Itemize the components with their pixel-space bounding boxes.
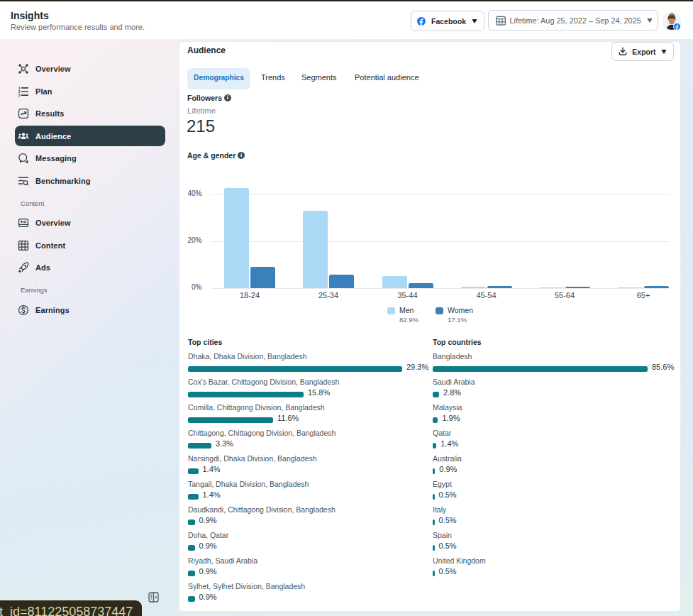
svg-text:3: 3: [18, 93, 21, 97]
